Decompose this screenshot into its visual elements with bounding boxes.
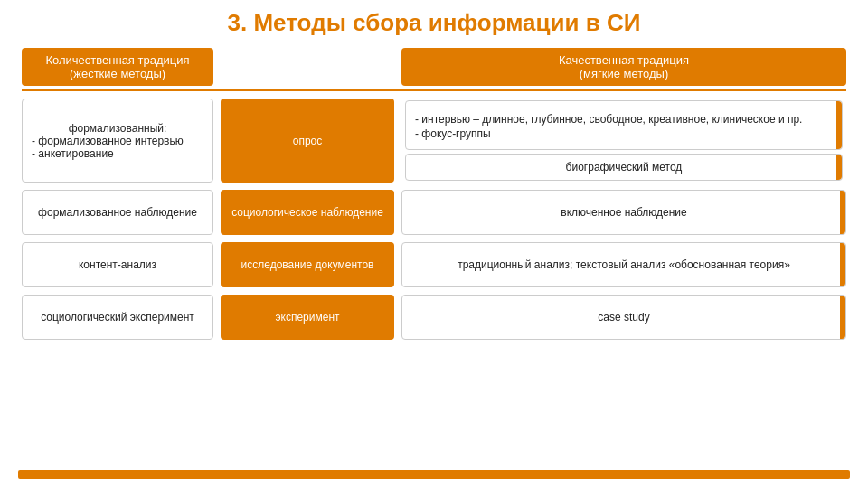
right-bar-decoration-4	[840, 243, 845, 286]
page-title: 3. Методы сбора информации в СИ	[18, 9, 850, 37]
cell-left-row1: формализованный: - формализованное интер…	[22, 99, 213, 183]
cell-mid-row4: эксперимент	[221, 295, 394, 340]
cell-mid-row3: исследование документов	[221, 242, 394, 287]
right-bar-decoration-2	[836, 155, 842, 180]
cell-right-row1-bottom: биографический метод	[405, 154, 843, 181]
bottom-bar	[18, 470, 850, 479]
cell-right-row2: включенное наблюдение	[401, 190, 846, 235]
cell-right-row3: традиционный анализ; текстовый анализ «о…	[401, 242, 846, 287]
header-mid-empty	[217, 46, 398, 88]
cell-left-row3: контент-анализ	[22, 242, 213, 287]
header-left: Количественная традиция (жесткие методы)	[22, 48, 213, 86]
header-right: Качественная традиция (мягкие методы)	[401, 48, 846, 86]
right-bar-decoration	[836, 101, 842, 149]
cell-left-row2: формализованное наблюдение	[22, 190, 213, 235]
cell-mid-row2: социологическое наблюдение	[221, 190, 394, 235]
separator	[22, 89, 846, 91]
cell-right-row1: - интервью – длинное, глубинное, свободн…	[401, 99, 846, 183]
cell-mid-row1: опрос	[221, 99, 394, 183]
page: 3. Методы сбора информации в СИ Количест…	[0, 0, 868, 488]
cell-right-row1-top: - интервью – длинное, глубинное, свободн…	[405, 100, 843, 150]
right-bar-decoration-5	[840, 296, 845, 339]
cell-right-row4: case study	[401, 295, 846, 340]
content-grid: Количественная традиция (жесткие методы)…	[18, 46, 850, 343]
cell-left-row4: социологический эксперимент	[22, 295, 213, 340]
right-bar-decoration-3	[840, 191, 845, 234]
